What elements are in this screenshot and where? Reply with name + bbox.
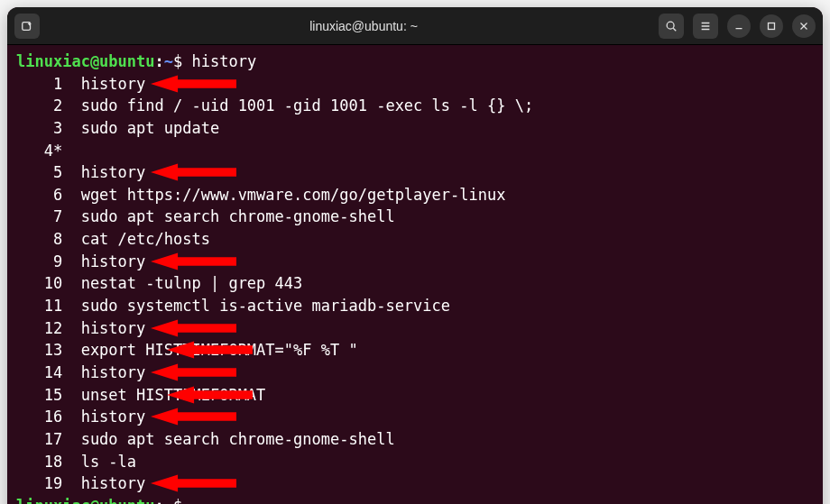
typed-command: history [192, 52, 257, 70]
prompt-line-empty: linuxiac@ubuntu:~$ [16, 495, 814, 504]
svg-marker-19 [151, 408, 236, 426]
prompt-symbol: $ [173, 52, 182, 70]
window-title: linuxiac@ubuntu: ~ [69, 19, 659, 33]
annotation-arrow [167, 385, 253, 405]
history-row: 17 sudo apt search chrome-gnome-shell [16, 428, 814, 451]
maximize-icon [765, 20, 778, 32]
new-tab-icon [21, 20, 33, 32]
arrow-icon [151, 318, 236, 338]
svg-marker-18 [167, 386, 253, 403]
history-row: 3 sudo apt update [16, 117, 814, 140]
terminal-window: linuxiac@ubuntu: ~ linuxiac@ubuntu:~$ hi… [7, 7, 823, 504]
svg-point-3 [667, 22, 674, 29]
history-row: 13 export HISTTIMEFORMAT="%F %T " [16, 339, 814, 362]
arrow-icon [151, 162, 236, 182]
search-button[interactable] [659, 14, 684, 39]
history-row: 19 history [16, 472, 814, 495]
prompt-line: linuxiac@ubuntu:~$ history [16, 50, 814, 73]
menu-button[interactable] [693, 14, 718, 39]
minimize-icon [733, 20, 745, 32]
history-row: 16 history [16, 406, 814, 428]
annotation-arrow [167, 340, 253, 360]
maximize-button[interactable] [760, 14, 783, 38]
history-row: 10 nestat -tulnp | grep 443 [16, 272, 814, 295]
history-row: 12 history [16, 317, 814, 340]
prompt-path: ~ [164, 52, 173, 70]
arrow-icon [151, 74, 236, 94]
new-tab-button[interactable] [14, 14, 40, 39]
history-row: 8 cat /etc/hosts [16, 228, 814, 251]
history-row: 18 ls -la [16, 451, 814, 473]
history-row: 5 history [16, 161, 814, 184]
annotation-arrow [151, 473, 236, 493]
svg-marker-14 [151, 252, 236, 270]
arrow-icon [167, 340, 253, 360]
arrow-icon [151, 473, 236, 493]
titlebar: linuxiac@ubuntu: ~ [7, 7, 823, 45]
terminal-body[interactable]: linuxiac@ubuntu:~$ history 1 history 2 s… [7, 45, 823, 504]
arrow-icon [151, 407, 236, 426]
svg-marker-16 [167, 342, 253, 359]
svg-marker-15 [151, 319, 236, 336]
svg-rect-9 [769, 23, 775, 29]
svg-marker-12 [151, 75, 236, 92]
arrow-icon [151, 252, 236, 271]
hamburger-icon [699, 20, 712, 32]
history-row: 7 sudo apt search chrome-gnome-shell [16, 206, 814, 228]
history-row: 9 history [16, 251, 814, 273]
annotation-arrow [151, 362, 236, 382]
annotation-arrow [151, 74, 236, 94]
close-icon [798, 20, 810, 32]
history-row: 14 history [16, 362, 814, 384]
prompt-user-host: linuxiac@ubuntu [16, 52, 155, 70]
history-row: 15 unset HISTTIMEFORMAT [16, 384, 814, 407]
annotation-arrow [151, 407, 236, 426]
annotation-arrow [151, 162, 236, 182]
search-icon [665, 20, 678, 32]
arrow-icon [151, 362, 236, 382]
minimize-button[interactable] [727, 14, 751, 38]
arrow-icon [167, 385, 253, 405]
annotation-arrow [151, 318, 236, 338]
history-row: 11 sudo systemctl is-active mariadb-serv… [16, 295, 814, 317]
close-button[interactable] [792, 14, 816, 38]
history-row: 2 sudo find / -uid 1001 -gid 1001 -exec … [16, 95, 814, 117]
svg-line-4 [673, 28, 676, 31]
svg-marker-20 [151, 475, 236, 492]
history-row: 6 wget https://www.vmware.com/go/getplay… [16, 184, 814, 206]
history-row: 4* [16, 140, 814, 162]
svg-marker-17 [151, 363, 236, 380]
annotation-arrow [151, 252, 236, 271]
svg-marker-13 [151, 164, 236, 181]
prompt-separator: : [155, 52, 164, 70]
history-row: 1 history [16, 73, 814, 96]
